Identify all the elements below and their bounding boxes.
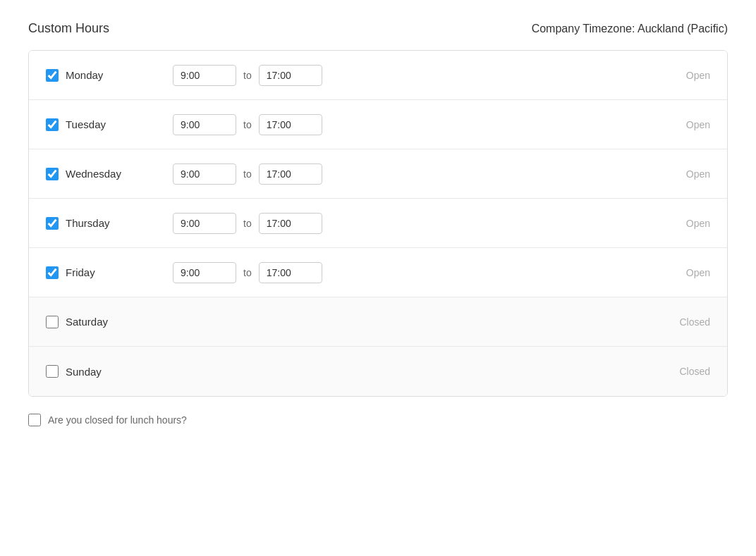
- checkbox-wrapper-friday: Friday: [46, 266, 173, 279]
- checkbox-tuesday[interactable]: [46, 118, 59, 131]
- start-time-tuesday[interactable]: [173, 114, 236, 135]
- checkbox-friday[interactable]: [46, 266, 59, 279]
- page-title: Custom Hours: [28, 21, 109, 36]
- checkbox-wrapper-tuesday: Tuesday: [46, 118, 173, 131]
- lunch-row: Are you closed for lunch hours?: [28, 414, 728, 426]
- end-time-wednesday[interactable]: [259, 163, 322, 185]
- start-time-monday[interactable]: [173, 65, 236, 86]
- end-time-monday[interactable]: [259, 65, 322, 86]
- day-row-sunday: SundayClosed: [29, 347, 727, 396]
- status-saturday: Closed: [668, 316, 710, 328]
- time-separator-tuesday: to: [243, 119, 252, 130]
- day-name-saturday[interactable]: Saturday: [66, 316, 108, 328]
- checkbox-wrapper-wednesday: Wednesday: [46, 168, 173, 180]
- status-wednesday: Open: [668, 168, 710, 180]
- time-separator-monday: to: [243, 70, 252, 81]
- checkbox-sunday[interactable]: [46, 365, 59, 378]
- status-thursday: Open: [668, 218, 710, 229]
- day-name-wednesday[interactable]: Wednesday: [66, 168, 121, 180]
- checkbox-wrapper-sunday: Sunday: [46, 365, 173, 378]
- checkbox-wrapper-saturday: Saturday: [46, 316, 173, 328]
- status-sunday: Closed: [668, 366, 710, 377]
- checkbox-monday[interactable]: [46, 69, 59, 82]
- time-controls-friday: to: [173, 262, 668, 283]
- day-row-wednesday: WednesdaytoOpen: [29, 149, 727, 199]
- lunch-checkbox[interactable]: [28, 414, 41, 426]
- status-monday: Open: [668, 70, 710, 81]
- time-controls-tuesday: to: [173, 114, 668, 135]
- day-name-friday[interactable]: Friday: [66, 266, 95, 278]
- day-name-sunday[interactable]: Sunday: [66, 366, 102, 378]
- time-controls-thursday: to: [173, 213, 668, 234]
- start-time-wednesday[interactable]: [173, 163, 236, 185]
- hours-container: MondaytoOpenTuesdaytoOpenWednesdaytoOpen…: [28, 50, 728, 397]
- day-row-friday: FridaytoOpen: [29, 248, 727, 297]
- start-time-friday[interactable]: [173, 262, 236, 283]
- status-friday: Open: [668, 267, 710, 278]
- time-separator-thursday: to: [243, 218, 252, 229]
- time-separator-wednesday: to: [243, 168, 252, 180]
- day-row-saturday: SaturdayClosed: [29, 297, 727, 347]
- page-header: Custom Hours Company Timezone: Auckland …: [28, 21, 728, 36]
- end-time-friday[interactable]: [259, 262, 322, 283]
- day-name-tuesday[interactable]: Tuesday: [66, 118, 106, 130]
- time-controls-wednesday: to: [173, 163, 668, 185]
- day-name-thursday[interactable]: Thursday: [66, 217, 110, 229]
- checkbox-wrapper-thursday: Thursday: [46, 217, 173, 230]
- day-row-thursday: ThursdaytoOpen: [29, 199, 727, 248]
- checkbox-saturday[interactable]: [46, 316, 59, 328]
- end-time-thursday[interactable]: [259, 213, 322, 234]
- status-tuesday: Open: [668, 119, 710, 130]
- day-name-monday[interactable]: Monday: [66, 69, 103, 81]
- time-separator-friday: to: [243, 267, 252, 278]
- end-time-tuesday[interactable]: [259, 114, 322, 135]
- lunch-label[interactable]: Are you closed for lunch hours?: [48, 414, 187, 426]
- day-row-tuesday: TuesdaytoOpen: [29, 100, 727, 149]
- start-time-thursday[interactable]: [173, 213, 236, 234]
- time-controls-monday: to: [173, 65, 668, 86]
- checkbox-wrapper-monday: Monday: [46, 69, 173, 82]
- timezone-label: Company Timezone: Auckland (Pacific): [532, 23, 728, 35]
- checkbox-wednesday[interactable]: [46, 168, 59, 180]
- checkbox-thursday[interactable]: [46, 217, 59, 230]
- day-row-monday: MondaytoOpen: [29, 51, 727, 100]
